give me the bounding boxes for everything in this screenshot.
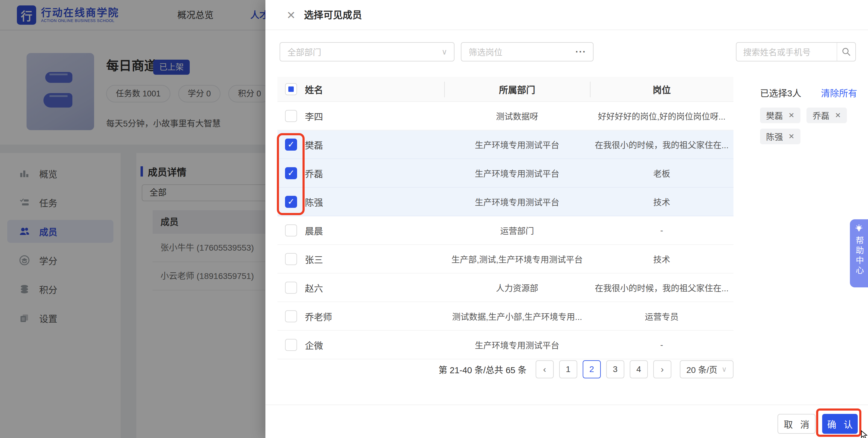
- member-department: 生产环境专用测试平台: [444, 339, 590, 351]
- row-checkbox[interactable]: ✓: [285, 167, 297, 179]
- row-checkbox[interactable]: [285, 110, 297, 122]
- member-department: 运营部门: [444, 225, 590, 236]
- table-row[interactable]: ✓樊磊生产环境专用测试平台在我很小的时候，我的祖父家住在...: [277, 130, 734, 159]
- member-name: 樊磊: [305, 138, 323, 151]
- department-select[interactable]: 全部部门 ∨: [280, 42, 455, 62]
- member-position: -: [590, 226, 734, 235]
- modal-footer: 取 消 确 认: [266, 405, 868, 438]
- selected-panel: 已选择3人 清除所有 樊磊✕乔磊✕陈强✕: [760, 86, 857, 144]
- page-button-2[interactable]: 2: [583, 360, 601, 378]
- page-size-select[interactable]: 20 条/页 ∨: [680, 360, 734, 378]
- member-department: 人力资源部: [444, 282, 590, 294]
- remove-tag-icon[interactable]: ✕: [788, 111, 795, 120]
- page-size-value: 20 条/页: [686, 363, 717, 375]
- help-center-tab[interactable]: 帮助中心: [850, 219, 868, 288]
- modal-backdrop[interactable]: [0, 0, 266, 438]
- selected-tag-label: 樊磊: [766, 109, 783, 122]
- chevron-down-icon: ∨: [441, 47, 454, 57]
- selected-count: 已选择3人: [760, 86, 801, 99]
- table-row[interactable]: 晨晨运营部门-: [277, 216, 734, 245]
- header-divider: [444, 81, 445, 97]
- member-position: 在我很小的时候，我的祖父家住在...: [590, 282, 734, 294]
- members-table-header: 姓名 所属部门 岗位: [277, 77, 734, 102]
- header-divider: [590, 81, 591, 97]
- member-name: 乔老师: [305, 310, 332, 323]
- table-row[interactable]: ✓陈强生产环境专用测试平台技术: [277, 188, 734, 216]
- select-members-modal: ✕ 选择可见成员 全部部门 ∨ 筛选岗位 ··· 搜索姓名或手机号 姓名 所属部…: [266, 0, 868, 438]
- row-checkbox[interactable]: [285, 339, 297, 351]
- help-center-label: 帮助中心: [853, 236, 865, 276]
- selected-tag: 乔磊✕: [806, 107, 847, 123]
- search-box: 搜索姓名或手机号: [736, 42, 856, 62]
- member-name: 赵六: [305, 281, 323, 294]
- row-checkbox[interactable]: [285, 225, 297, 236]
- bulb-icon: [855, 224, 864, 233]
- table-row[interactable]: 张三生产部,测试,生产环境专用测试平台技术: [277, 245, 734, 273]
- selected-tag: 陈强✕: [760, 129, 801, 144]
- modal-title: 选择可见成员: [304, 0, 362, 30]
- member-position: 老板: [590, 167, 734, 179]
- member-department: 生产环境专用测试平台: [444, 167, 590, 179]
- remove-tag-icon[interactable]: ✕: [788, 132, 795, 141]
- page-button-3[interactable]: 3: [606, 360, 624, 378]
- member-position: 好好好好的岗位,好的岗位岗位呀...: [590, 110, 734, 122]
- member-department: 生产环境专用测试平台: [444, 139, 590, 150]
- member-position: -: [590, 340, 734, 350]
- member-department: 测试数据呀: [444, 110, 590, 122]
- page-button-4[interactable]: 4: [630, 360, 648, 378]
- row-checkbox[interactable]: ✓: [285, 196, 297, 208]
- selected-tag-label: 乔磊: [812, 109, 829, 122]
- row-checkbox[interactable]: [285, 282, 297, 294]
- row-checkbox[interactable]: [285, 253, 297, 265]
- member-position: 技术: [590, 196, 734, 208]
- table-row[interactable]: 赵六人力资源部在我很小的时候，我的祖父家住在...: [277, 273, 734, 302]
- member-name: 晨晨: [305, 224, 323, 237]
- row-checkbox[interactable]: ✓: [285, 139, 297, 150]
- member-name: 李四: [305, 109, 323, 123]
- page-button-1[interactable]: 1: [559, 360, 577, 378]
- member-name: 张三: [305, 252, 323, 266]
- member-name: 企微: [305, 338, 323, 351]
- confirm-button[interactable]: 确 认: [822, 414, 858, 434]
- department-placeholder: 全部部门: [280, 46, 441, 58]
- row-checkbox[interactable]: [285, 310, 297, 322]
- table-row[interactable]: ✓乔磊生产环境专用测试平台老板: [277, 159, 734, 188]
- remove-tag-icon[interactable]: ✕: [835, 111, 841, 120]
- selected-tag: 樊磊✕: [760, 107, 801, 123]
- pagination: 第 21-40 条/总共 65 条 ‹ 1234 › 20 条/页 ∨: [438, 360, 734, 379]
- position-placeholder: 筛选岗位: [461, 46, 576, 58]
- member-position: 技术: [590, 253, 734, 265]
- member-department: 生产环境专用测试平台: [444, 196, 590, 208]
- position-filter-input[interactable]: 筛选岗位 ···: [461, 42, 593, 62]
- search-input[interactable]: 搜索姓名或手机号: [737, 46, 837, 58]
- member-department: 生产部,测试,生产环境专用测试平台: [444, 253, 590, 265]
- table-row[interactable]: 企微生产环境专用测试平台-: [277, 331, 734, 359]
- member-name: 乔磊: [305, 167, 323, 180]
- search-button[interactable]: [837, 43, 855, 61]
- cursor-icon: [861, 430, 868, 438]
- chevron-down-icon: ∨: [721, 365, 727, 374]
- cancel-button[interactable]: 取 消: [777, 414, 815, 434]
- table-row[interactable]: 乔老师测试数据,生产小部,生产环境专用...运营专员: [277, 302, 734, 331]
- members-table: 姓名 所属部门 岗位 李四测试数据呀好好好好的岗位,好的岗位岗位呀...✓樊磊生…: [277, 77, 734, 359]
- col-name-label: 姓名: [305, 82, 323, 96]
- next-page-button[interactable]: ›: [653, 360, 671, 378]
- member-department: 测试数据,生产小部,生产环境专用...: [444, 310, 590, 322]
- selected-tag-label: 陈强: [766, 130, 783, 142]
- pagination-total: 第 21-40 条/总共 65 条: [438, 363, 527, 376]
- prev-page-button[interactable]: ‹: [536, 360, 554, 378]
- member-position: 在我很小的时候，我的祖父家住在...: [590, 139, 734, 150]
- clear-all-link[interactable]: 清除所有: [821, 86, 857, 99]
- close-icon[interactable]: ✕: [284, 8, 298, 22]
- ellipsis-icon[interactable]: ···: [576, 47, 593, 57]
- search-icon: [841, 47, 851, 57]
- col-department-label: 所属部门: [444, 82, 590, 96]
- member-position: 运营专员: [590, 310, 734, 322]
- table-row[interactable]: 李四测试数据呀好好好好的岗位,好的岗位岗位呀...: [277, 102, 734, 130]
- modal-header: ✕ 选择可见成员: [266, 0, 868, 30]
- member-name: 陈强: [305, 195, 323, 208]
- select-all-checkbox[interactable]: [285, 83, 297, 95]
- col-position-label: 岗位: [590, 82, 734, 96]
